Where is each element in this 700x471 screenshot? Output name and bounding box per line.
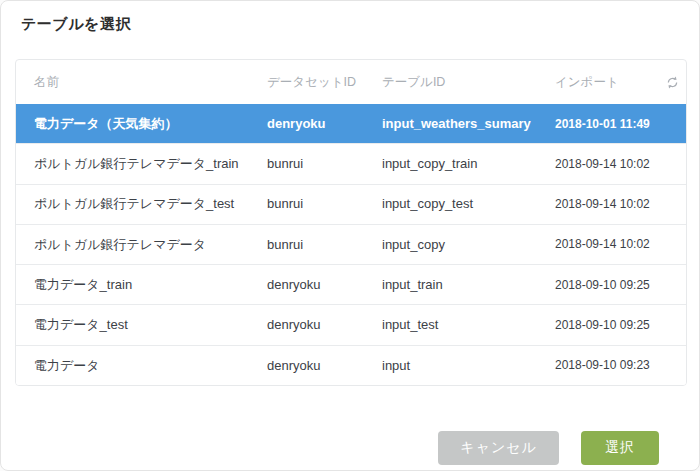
- row-table-id: input_test: [382, 317, 555, 333]
- row-import-date: 2018-09-10 09:25: [555, 318, 659, 332]
- row-dataset-id: denryoku: [267, 116, 382, 132]
- row-import-date: 2018-09-10 09:25: [555, 278, 659, 292]
- column-header-dataset-id: データセットID: [267, 74, 382, 91]
- select-table-dialog: テーブルを選択 名前 データセットID テーブルID インポート: [0, 0, 700, 471]
- row-import-date: 2018-09-14 10:02: [555, 237, 659, 251]
- select-button[interactable]: 選択: [581, 431, 659, 465]
- row-table-id: input_copy_test: [382, 196, 555, 212]
- row-import-date: 2018-09-14 10:02: [555, 197, 659, 211]
- row-dataset-id: denryoku: [267, 277, 382, 293]
- table-row[interactable]: ポルトガル銀行テレマデータ bunrui input_copy 2018-09-…: [16, 224, 686, 264]
- row-name: 電力データ_test: [16, 317, 267, 333]
- row-name: 電力データ（天気集約）: [16, 116, 267, 132]
- table-row[interactable]: 電力データ_test denryoku input_test 2018-09-1…: [16, 304, 686, 344]
- dialog-title: テーブルを選択: [21, 15, 131, 34]
- row-name: ポルトガル銀行テレマデータ_test: [16, 196, 267, 212]
- table-row[interactable]: ポルトガル銀行テレマデータ_test bunrui input_copy_tes…: [16, 184, 686, 224]
- row-name: ポルトガル銀行テレマデータ: [16, 237, 267, 253]
- column-header-table-id: テーブルID: [382, 74, 555, 91]
- row-name: ポルトガル銀行テレマデータ_train: [16, 156, 267, 172]
- dialog-footer: キャンセル 選択: [438, 431, 659, 465]
- row-dataset-id: denryoku: [267, 317, 382, 333]
- row-dataset-id: bunrui: [267, 156, 382, 172]
- row-dataset-id: bunrui: [267, 196, 382, 212]
- tables-list: 名前 データセットID テーブルID インポート 電力デー: [15, 59, 687, 386]
- column-header-name: 名前: [16, 74, 267, 91]
- cancel-button[interactable]: キャンセル: [438, 431, 559, 465]
- refresh-icon[interactable]: [664, 73, 682, 91]
- row-name: 電力データ: [16, 358, 267, 374]
- row-table-id: input: [382, 358, 555, 374]
- table-row[interactable]: 電力データ denryoku input 2018-09-10 09:23: [16, 345, 686, 385]
- row-table-id: input_copy_train: [382, 156, 555, 172]
- table-row[interactable]: 電力データ_train denryoku input_train 2018-09…: [16, 264, 686, 304]
- table-header: 名前 データセットID テーブルID インポート: [16, 60, 686, 104]
- table-row[interactable]: 電力データ（天気集約） denryoku input_weathers_suma…: [16, 104, 686, 143]
- row-name: 電力データ_train: [16, 277, 267, 293]
- row-dataset-id: bunrui: [267, 237, 382, 253]
- column-header-import: インポート: [555, 74, 659, 91]
- table-row[interactable]: ポルトガル銀行テレマデータ_train bunrui input_copy_tr…: [16, 143, 686, 183]
- row-import-date: 2018-10-01 11:49: [555, 117, 659, 131]
- row-table-id: input_copy: [382, 237, 555, 253]
- row-import-date: 2018-09-14 10:02: [555, 157, 659, 171]
- row-table-id: input_train: [382, 277, 555, 293]
- row-dataset-id: denryoku: [267, 358, 382, 374]
- refresh-cell: [659, 73, 686, 91]
- row-table-id: input_weathers_sumary: [382, 116, 555, 132]
- table-body: 電力データ（天気集約） denryoku input_weathers_suma…: [16, 104, 686, 385]
- row-import-date: 2018-09-10 09:23: [555, 358, 659, 372]
